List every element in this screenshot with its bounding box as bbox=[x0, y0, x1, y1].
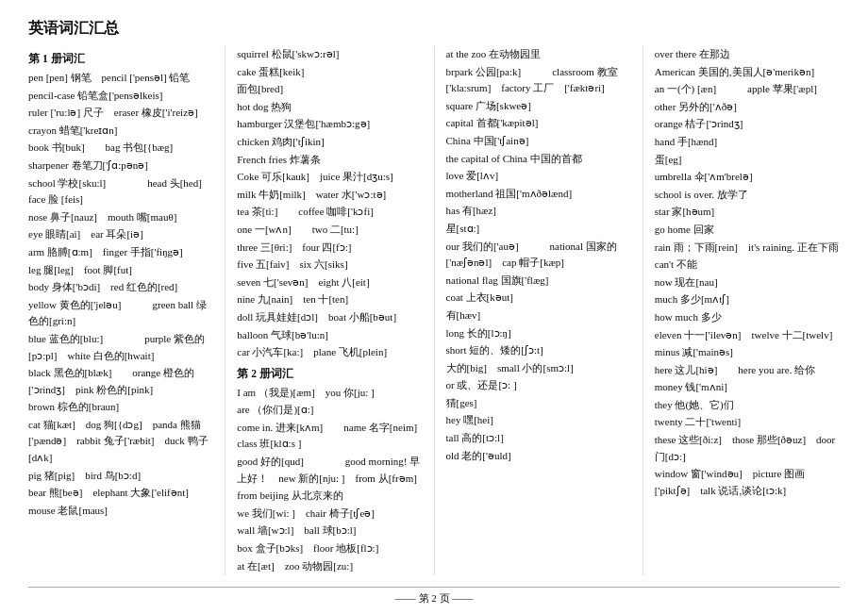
vocab-entry: doll 玩具娃娃[dɔl] boat 小船[bəut] bbox=[237, 309, 422, 326]
vocab-entry: window 窗['windəu] picture 图画['piktʃə] ta… bbox=[655, 466, 840, 499]
vocab-entry: tea 茶[ti:] coffee 咖啡['kɔfi] bbox=[237, 204, 422, 221]
vocab-entry: are （你们是)[ɑ:] bbox=[237, 402, 422, 419]
vocab-entry: one 一[wʌn] two 二[tu:] bbox=[237, 222, 422, 239]
vocab-entry: twenty 二十['twenti] bbox=[655, 414, 840, 431]
vocab-entry: seven 七['sevən] eight 八[eit] bbox=[237, 274, 422, 291]
vocab-entry: from beijing 从北京来的 bbox=[237, 488, 422, 505]
vocab-entry: an 一(个) [æn] apple 苹果['æpl] bbox=[655, 81, 840, 98]
page-footer: —— 第 2 页 —— bbox=[28, 587, 840, 606]
vocab-entry: much 多少[mʌtʃ] bbox=[655, 291, 840, 308]
vocab-entry: box 盒子[bɔks] floor 地板[flɔ:] bbox=[237, 540, 422, 557]
vocab-entry: cake 蛋糕[keik] bbox=[237, 64, 422, 81]
vocab-entry: brpark 公园[pa:k] classroom 教室['kla:srum] … bbox=[446, 64, 631, 97]
vocab-entry: star 家[həum] bbox=[655, 204, 840, 221]
vocab-entry: at the zoo 在动物园里 bbox=[446, 46, 631, 63]
column-1: 第 1 册词汇pen [pen] 钢笔 pencil ['pensəl] 铅笔p… bbox=[28, 46, 221, 575]
vocab-entry: hey 嘿[hei] bbox=[446, 412, 631, 429]
vocab-entry: Coke 可乐[kauk] juice 果汁[dʒu:s] bbox=[237, 169, 422, 186]
vocab-entry: minus 减['mainəs] bbox=[655, 344, 840, 361]
vocab-entry: here 这儿[hiə] here you are. 给你 bbox=[655, 362, 840, 379]
vocab-entry: pencil-case 铅笔盒['pensəlkeis] bbox=[28, 88, 213, 105]
vocab-entry: school 学校[sku:l] head 头[hed] face 脸 [fei… bbox=[28, 175, 213, 208]
vocab-entry: our 我们的['auə] national 国家的['næʃənəl] cap… bbox=[446, 239, 631, 272]
vocab-entry: hand 手[hænd] bbox=[655, 134, 840, 151]
vocab-entry: can't 不能 bbox=[655, 257, 840, 274]
vocab-entry: 大的[big] small 小的[smɔ:l] bbox=[446, 360, 631, 377]
section-title: 第 1 册词汇 bbox=[28, 52, 213, 66]
vocab-entry: 蛋[eg] bbox=[655, 152, 840, 169]
vocab-entry: body 身体['bɔdi] red 红色的[red] bbox=[28, 279, 213, 296]
vocab-entry: book 书[buk] bag 书包[{bæg] bbox=[28, 140, 213, 157]
vocab-entry: capital 首都['kæpitəl] bbox=[446, 115, 631, 132]
vocab-entry: eleven 十一['ilevən] twelve 十二[twelv] bbox=[655, 327, 840, 344]
vocab-entry: balloon 气球[bə'lu:n] bbox=[237, 327, 422, 344]
vocab-entry: coat 上衣[kəut] bbox=[446, 290, 631, 307]
vocab-entry: school is over. 放学了 bbox=[655, 187, 840, 204]
vocab-entry: 有[hæv] bbox=[446, 307, 631, 324]
vocab-entry: car 小汽车[ka:] plane 飞机[plein] bbox=[237, 344, 422, 361]
vocab-entry: square 广场[skweə] bbox=[446, 98, 631, 115]
vocab-entry: old 老的['əuld] bbox=[446, 448, 631, 465]
vocab-entry: wall 墙[wɔ:l] ball 球[bɔ:l] bbox=[237, 523, 422, 539]
vocab-entry: go home 回家 bbox=[655, 222, 840, 239]
vocab-entry: squirrel 松鼠['skwɔ:rəl] bbox=[237, 46, 422, 63]
vocab-entry: come in. 进来[kʌm] name 名字[neim] class 班[k… bbox=[237, 420, 422, 453]
column-divider bbox=[643, 46, 643, 575]
vocab-entry: hamburger 汉堡包['hæmbɔ:gə] bbox=[237, 116, 422, 133]
column-3: at the zoo 在动物园里brpark 公园[pa:k] classroo… bbox=[439, 46, 639, 575]
vocab-entry: three 三[θri:] four 四[fɔ:] bbox=[237, 240, 422, 257]
vocab-entry: bear 熊[beə] elephant 大象['elifənt] bbox=[28, 485, 213, 502]
vocab-entry: crayon 蜡笔['kreɪɑn] bbox=[28, 123, 213, 140]
vocab-entry: pen [pen] 钢笔 pencil ['pensəl] 铅笔 bbox=[28, 70, 213, 87]
column-4: over there 在那边American 美国的,美国人[ə'merikən… bbox=[647, 46, 840, 575]
vocab-entry: blue 蓝色的[blu:] purple 紫色的[pɔ:pl] white 白… bbox=[28, 331, 213, 364]
vocab-entry: sharpener 卷笔刀['ʃɑ:pənə] bbox=[28, 158, 213, 174]
vocab-entry: motherland 祖国['mʌðəlænd] bbox=[446, 186, 631, 203]
vocab-entry: nine 九[nain] ten 十[ten] bbox=[237, 291, 422, 308]
vocab-entry: short 短的、矮的[ʃɔ:t] bbox=[446, 342, 631, 359]
vocab-entry: has 有[hæz] bbox=[446, 203, 631, 220]
vocab-entry: money 钱['mʌni] bbox=[655, 379, 840, 396]
vocab-entry: hot dog 热狗 bbox=[237, 99, 422, 116]
vocab-entry: yellow 黄色的['jeləu] green ball 绿色的[gri:n] bbox=[28, 297, 213, 330]
vocab-entry: 猜[ges] bbox=[446, 395, 631, 412]
vocab-entry: over there 在那边 bbox=[655, 46, 840, 63]
vocab-entry: milk 牛奶[milk] water 水['wɔ:tə] bbox=[237, 187, 422, 204]
vocab-entry: long 长的[lɔ:ŋ] bbox=[446, 325, 631, 342]
vocab-entry: ruler ['ru:lə] 尺子 eraser 橡皮['i'reizə] bbox=[28, 105, 213, 122]
vocab-entry: or 或、还是[ɔ: ] bbox=[446, 377, 631, 394]
vocab-entry: how much 多少 bbox=[655, 309, 840, 326]
vocab-entry: black 黑色的[blæk] orange 橙色的['ɔrindʒ] pink… bbox=[28, 365, 213, 398]
vocab-entry: eye 眼睛[ai] ear 耳朵[iə] bbox=[28, 226, 213, 243]
vocab-entry: brown 棕色的[braun] bbox=[28, 399, 213, 416]
column-divider bbox=[434, 46, 435, 575]
vocab-entry: leg 腿[leg] foot 脚[fut] bbox=[28, 262, 213, 279]
vocab-entry: I am （我是)[æm] you 你[ju: ] bbox=[237, 385, 422, 402]
vocab-entry: we 我们[wi: ] chair 椅子[tʃeə] bbox=[237, 506, 422, 523]
vocab-entry: China 中国['tʃainə] bbox=[446, 133, 631, 150]
page-title: 英语词汇汇总 bbox=[28, 19, 840, 39]
vocab-entry: love 爱[lʌv] bbox=[446, 168, 631, 185]
vocab-entry: orange 桔子['ɔrindʒ] bbox=[655, 116, 840, 133]
vocab-entry: mouse 老鼠[maus] bbox=[28, 503, 213, 520]
vocab-entry: five 五[faiv] six 六[siks] bbox=[237, 257, 422, 274]
vocab-entry: arm 胳膊[ɑ:m] finger 手指['fiŋgə] bbox=[28, 244, 213, 261]
column-divider bbox=[225, 46, 225, 575]
vocab-entry: cat 猫[kæt] dog 狗[{dɔg] panda 熊猫['pændə] … bbox=[28, 417, 213, 467]
vocab-entry: American 美国的,美国人[ə'merikən] bbox=[655, 64, 840, 81]
vocab-entry: French fries 炸薯条 bbox=[237, 152, 422, 169]
vocab-entry: 星[stɑ:] bbox=[446, 221, 631, 238]
vocab-entry: at 在[æt] zoo 动物园[zu:] bbox=[237, 558, 422, 575]
vocab-entry: chicken 鸡肉['tʃikin] bbox=[237, 134, 422, 151]
vocab-entry: national flag 国旗['flæg] bbox=[446, 273, 631, 290]
vocab-entry: good 好的[qud] good morning! 早上好！ new 新的[n… bbox=[237, 454, 422, 487]
vocab-entry: now 现在[nau] bbox=[655, 274, 840, 291]
vocab-entry: tall 高的[tɔ:l] bbox=[446, 430, 631, 447]
content-area: 第 1 册词汇pen [pen] 钢笔 pencil ['pensəl] 铅笔p… bbox=[28, 46, 840, 575]
vocab-entry: umbrella 伞['ʌm'brelə] bbox=[655, 169, 840, 186]
section-title: 第 2 册词汇 bbox=[237, 367, 422, 381]
vocab-entry: 面包[bred] bbox=[237, 81, 422, 98]
vocab-entry: they 他(她、它)们 bbox=[655, 397, 840, 414]
vocab-entry: pig 猪[pig] bird 鸟[bɔ:d] bbox=[28, 468, 213, 485]
vocab-entry: rain 雨；下雨[rein] it's raining. 正在下雨 bbox=[655, 240, 840, 257]
